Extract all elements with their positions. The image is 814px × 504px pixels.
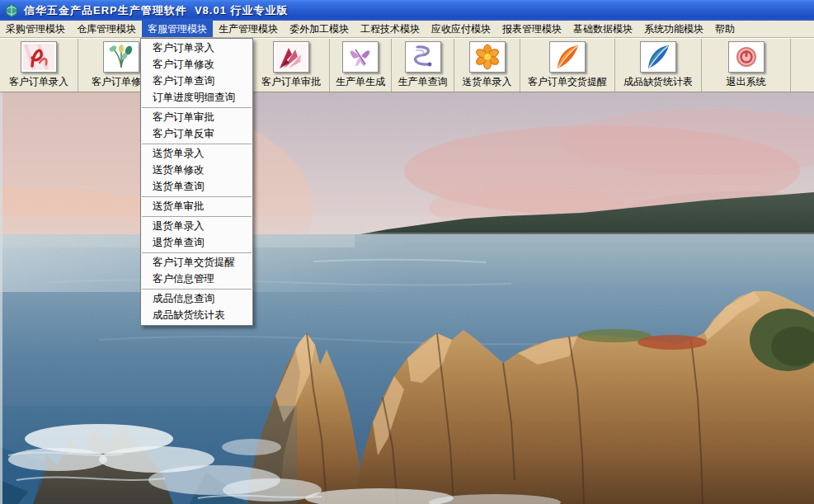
- dropdown-item[interactable]: 客户订单交货提醒: [141, 254, 252, 271]
- dropdown-item[interactable]: 客户信息管理: [141, 271, 252, 287]
- toolbar-button-production-order-query[interactable]: 生产单查询: [392, 39, 454, 92]
- menu-separator: [142, 289, 252, 290]
- orange-flower-icon: [469, 41, 506, 73]
- dropdown-item[interactable]: 订单进度明细查询: [141, 89, 252, 106]
- dropdown-item[interactable]: 客户订单修改: [141, 56, 252, 73]
- dropdown-item[interactable]: 成品信息查询: [141, 290, 252, 307]
- dropdown-item[interactable]: 送货单修改: [141, 162, 252, 178]
- workspace-background: [0, 92, 814, 504]
- toolbar-button-finished-goods-shortage-report[interactable]: 成品缺货统计表: [615, 39, 702, 92]
- toolbar-button-exit-system[interactable]: 退出系统: [702, 39, 791, 92]
- ocean-photo: [0, 92, 814, 504]
- toolbar-button-label: 客户订单审批: [261, 75, 321, 89]
- menu-reports-module[interactable]: 报表管理模块: [496, 21, 567, 37]
- menu-warehouse-module[interactable]: 仓库管理模块: [71, 21, 142, 37]
- toolbar-button-label: 生产单查询: [398, 75, 448, 89]
- toolbar-button-customer-order-entry[interactable]: 客户订单录入: [0, 39, 78, 92]
- blue-feather-icon: [640, 41, 676, 73]
- orange-feather-icon: [549, 41, 586, 73]
- menu-engineering-module[interactable]: 工程技术模块: [355, 21, 426, 37]
- dropdown-item[interactable]: 客户订单审批: [141, 109, 252, 125]
- dropdown-item[interactable]: 客户订单反审: [141, 125, 252, 142]
- purple-ribbon-icon: [405, 41, 441, 73]
- menu-purchase-module[interactable]: 采购管理模块: [0, 21, 71, 37]
- power-icon: [728, 41, 765, 73]
- menu-help[interactable]: 帮助: [709, 21, 741, 37]
- toolbar: 客户订单录入客户订单修改客户订单审批生产单生成生产单查询送货单录入客户订单交货提…: [0, 38, 814, 92]
- dropdown-menu: 客户订单录入客户订单修改客户订单查询订单进度明细查询客户订单审批客户订单反审送货…: [140, 38, 253, 326]
- dropdown-item[interactable]: 送货单录入: [141, 145, 252, 162]
- toolbar-button-label: 客户订单交货提醒: [528, 75, 607, 89]
- menu-system-module[interactable]: 系统功能模块: [638, 21, 709, 37]
- menu-base-data-module[interactable]: 基础数据模块: [567, 21, 638, 37]
- menu-separator: [142, 216, 252, 217]
- toolbar-button-customer-order-delivery-reminder[interactable]: 客户订单交货提醒: [520, 39, 615, 92]
- toolbar-button-label: 客户订单录入: [9, 75, 68, 89]
- menu-separator: [142, 144, 252, 144]
- menu-separator: [142, 107, 252, 108]
- toolbar-button-label: 送货单录入: [463, 75, 512, 89]
- toolbar-button-delivery-note-entry[interactable]: 送货单录入: [454, 39, 520, 92]
- titlebar: 信华五金产品ERP生产管理软件 V8.01 行业专业版: [0, 0, 814, 21]
- toolbar-button-label: 成品缺货统计表: [623, 75, 693, 89]
- menu-separator: [142, 252, 252, 253]
- menu-receivables-payables-module[interactable]: 应收应付模块: [426, 21, 496, 37]
- menu-customer-service-module[interactable]: 客服管理模块: [142, 21, 213, 37]
- dropdown-item[interactable]: 送货单审批: [141, 198, 252, 214]
- menu-production-module[interactable]: 生产管理模块: [213, 21, 284, 37]
- dropdown-item[interactable]: 客户订单查询: [141, 73, 252, 89]
- plant-icon: [103, 41, 139, 73]
- toolbar-filler: [791, 39, 813, 92]
- toolbar-button-production-order-generate[interactable]: 生产单生成: [330, 39, 392, 92]
- dropdown-item[interactable]: 退货单查询: [141, 234, 252, 251]
- toolbar-button-customer-order-approve[interactable]: 客户订单审批: [253, 39, 330, 92]
- dropdown-item[interactable]: 成品缺货统计表: [141, 307, 252, 323]
- globe-icon: [5, 4, 18, 17]
- butterfly-icon: [342, 41, 379, 73]
- dropdown-item[interactable]: 送货单查询: [141, 178, 252, 195]
- menu-outsourcing-module[interactable]: 委外加工模块: [284, 21, 355, 37]
- red-swirl-icon: [21, 41, 57, 73]
- menubar: 采购管理模块仓库管理模块客服管理模块生产管理模块委外加工模块工程技术模块应收应付…: [0, 21, 814, 38]
- menu-separator: [142, 196, 252, 197]
- toolbar-button-label: 生产单生成: [336, 75, 385, 89]
- window-title: 信华五金产品ERP生产管理软件 V8.01 行业专业版: [24, 3, 289, 18]
- dropdown-item[interactable]: 客户订单录入: [141, 40, 252, 56]
- dropdown-item[interactable]: 退货单录入: [141, 218, 252, 234]
- red-arrows-icon: [273, 41, 309, 73]
- toolbar-button-label: 退出系统: [727, 75, 766, 89]
